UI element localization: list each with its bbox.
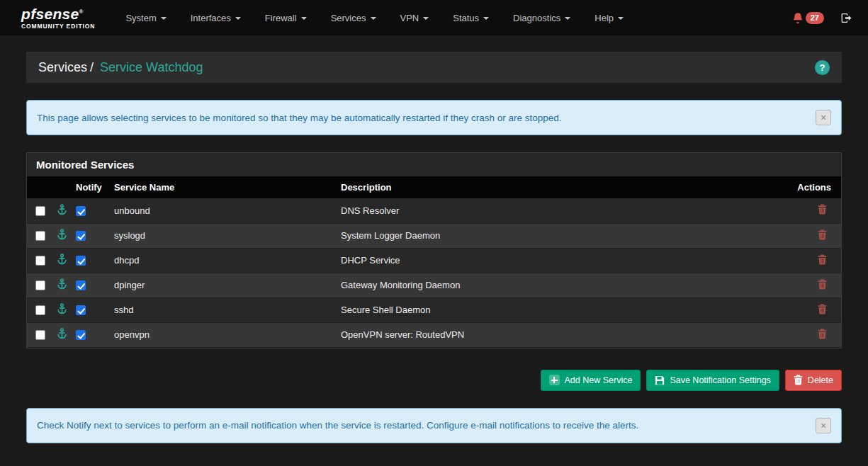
- anchor-icon: [57, 204, 67, 215]
- anchor-cell: [51, 273, 73, 297]
- service-row: syslogd System Logger Daemon: [27, 223, 841, 248]
- service-name: dhcpd: [108, 248, 335, 273]
- notify-checkbox[interactable]: [76, 280, 86, 290]
- nav-menu-vpn[interactable]: VPN: [388, 0, 441, 35]
- nav-menu-interfaces[interactable]: Interfaces: [179, 0, 253, 35]
- delete-service-icon[interactable]: [818, 229, 827, 240]
- question-icon: ?: [820, 62, 825, 73]
- select-cell: [27, 198, 51, 223]
- service-description: DNS Resolver: [335, 198, 786, 223]
- anchor-icon: [57, 229, 67, 240]
- alert-close-button[interactable]: ×: [816, 110, 831, 125]
- select-service-checkbox[interactable]: [35, 280, 45, 290]
- anchor-cell: [51, 322, 73, 347]
- actions-cell: [786, 248, 841, 273]
- select-cell: [27, 223, 51, 248]
- notify-checkbox[interactable]: [76, 256, 86, 266]
- notify-checkbox[interactable]: [76, 231, 86, 241]
- nav-menu-label: Firewall: [265, 13, 297, 23]
- logout-button[interactable]: [840, 12, 852, 24]
- notify-checkbox[interactable]: [76, 305, 86, 315]
- notify-checkbox[interactable]: [76, 330, 86, 340]
- info-alert-bottom: Check Notify next to services to perform…: [26, 408, 842, 443]
- trash-icon: [794, 375, 803, 385]
- nav-menu-firewall[interactable]: Firewall: [253, 0, 319, 35]
- sign-out-icon: [840, 12, 852, 24]
- bell-icon: [792, 12, 804, 24]
- notifications-bell[interactable]: 27: [792, 12, 824, 24]
- breadcrumb: Services/ Service Watchdog: [38, 60, 203, 75]
- nav-menu-help[interactable]: Help: [582, 0, 636, 35]
- notify-checkbox[interactable]: [76, 206, 86, 216]
- select-service-checkbox[interactable]: [35, 256, 45, 266]
- service-name: unbound: [108, 198, 335, 223]
- anchor-cell: [51, 248, 73, 273]
- chevron-down-icon: [161, 17, 167, 20]
- service-description: OpenVPN server: RoutedVPN: [335, 322, 786, 347]
- navbar-right: 27: [792, 12, 852, 24]
- save-icon: [655, 375, 665, 385]
- actions-cell: [786, 223, 841, 248]
- service-name: dpinger: [108, 273, 335, 297]
- help-button[interactable]: ?: [815, 60, 830, 75]
- info-alert-top-text: This page allows selecting services to b…: [37, 113, 562, 123]
- save-notification-settings-button[interactable]: Save Notification Settings: [646, 370, 779, 391]
- nav-menu-label: Interfaces: [191, 13, 231, 23]
- chevron-down-icon: [371, 17, 376, 20]
- delete-service-icon[interactable]: [818, 329, 827, 339]
- add-new-service-button[interactable]: Add New Service: [541, 370, 641, 391]
- footer-spacer: [26, 443, 842, 463]
- service-row: unbound DNS Resolver: [27, 198, 841, 223]
- delete-service-icon[interactable]: [818, 279, 827, 290]
- nav-menu-status[interactable]: Status: [441, 0, 501, 35]
- chevron-down-icon: [301, 17, 307, 20]
- nav-menu-label: Help: [594, 13, 614, 23]
- select-cell: [27, 322, 51, 347]
- select-service-checkbox[interactable]: [35, 206, 45, 216]
- breadcrumb-separator: /: [90, 60, 94, 74]
- action-buttons: Add New Service Save Notification Settin…: [26, 370, 842, 391]
- anchor-icon: [57, 303, 67, 314]
- brand-edition: COMMUNITY EDITION: [21, 23, 95, 30]
- nav-menu-system[interactable]: System: [113, 0, 178, 35]
- delete-service-icon[interactable]: [818, 204, 827, 215]
- actions-cell: [786, 322, 841, 347]
- column-anchor: [51, 176, 73, 198]
- pfsense-logo[interactable]: pfsense® COMMUNITY EDITION: [21, 6, 95, 30]
- notify-cell: [73, 297, 108, 322]
- chevron-down-icon: [565, 17, 570, 20]
- anchor-icon: [57, 254, 67, 265]
- actions-cell: [786, 297, 841, 322]
- select-service-checkbox[interactable]: [35, 305, 45, 315]
- alert-close-button[interactable]: ×: [816, 418, 831, 433]
- delete-service-icon[interactable]: [818, 304, 827, 314]
- monitored-services-panel: Monitored Services Notify Service Name D…: [26, 152, 842, 348]
- column-select: [27, 176, 51, 198]
- services-table-body: unbound DNS Resolver: [27, 198, 841, 347]
- nav-menu-label: System: [125, 13, 156, 23]
- info-alert-top: This page allows selecting services to b…: [26, 100, 842, 135]
- main-menu: System Interfaces Firewall Services VPN …: [113, 0, 791, 35]
- table-header-row: Notify Service Name Description Actions: [27, 176, 841, 198]
- service-description: Secure Shell Daemon: [335, 297, 786, 322]
- nav-menu-diagnostics[interactable]: Diagnostics: [501, 0, 582, 35]
- delete-button[interactable]: Delete: [785, 370, 842, 391]
- column-notify: Notify: [73, 176, 108, 198]
- column-service-name: Service Name: [108, 176, 335, 198]
- info-alert-bottom-text: Check Notify next to services to perform…: [37, 420, 638, 431]
- nav-menu-services[interactable]: Services: [319, 0, 388, 35]
- anchor-icon: [57, 278, 67, 290]
- service-description: System Logger Daemon: [335, 223, 786, 248]
- service-name: syslogd: [108, 223, 335, 248]
- breadcrumb-section[interactable]: Services: [38, 60, 87, 74]
- service-row: dpinger Gateway Monitoring Daemon: [27, 273, 841, 297]
- breadcrumb-bar: Services/ Service Watchdog ?: [26, 52, 842, 83]
- service-row: sshd Secure Shell Daemon: [27, 297, 841, 322]
- delete-service-icon[interactable]: [818, 254, 827, 265]
- notify-cell: [73, 223, 108, 248]
- select-service-checkbox[interactable]: [35, 231, 45, 241]
- chevron-down-icon: [483, 17, 489, 20]
- select-service-checkbox[interactable]: [35, 330, 45, 340]
- notification-count-badge: 27: [806, 12, 824, 24]
- delete-label: Delete: [808, 375, 833, 385]
